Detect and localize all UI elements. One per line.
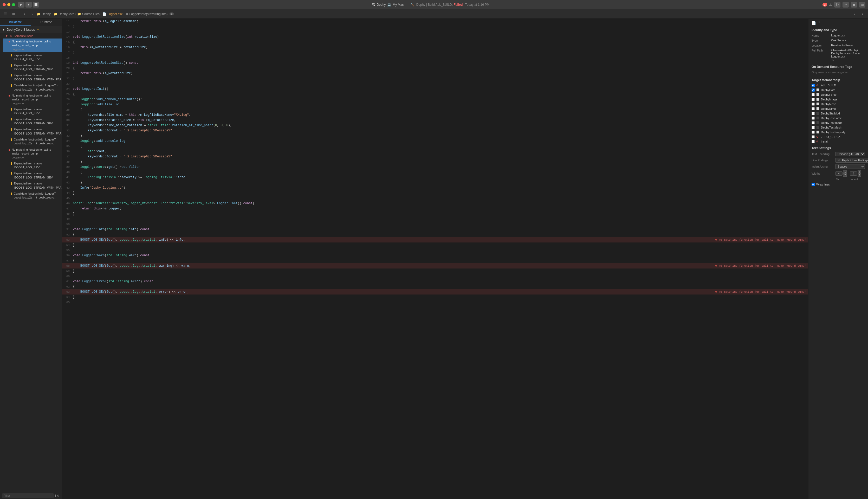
issue-item-4[interactable]: ℹ Expanded from macro 'BOOST_LOG_STREAM_… xyxy=(3,72,62,83)
tab-grid-btn[interactable]: ⊞ xyxy=(10,11,17,17)
filter-info-icon[interactable]: ℹ xyxy=(55,494,56,497)
issue-item-7[interactable]: ℹ Expanded from macro 'BOOST_LOG_SEV' xyxy=(3,106,62,117)
location-label: Location xyxy=(811,44,831,47)
group-expand-icon: ▼ xyxy=(2,28,5,32)
issue-item-14[interactable]: ℹ Expanded from macro 'BOOST_LOG_STREAM_… xyxy=(3,181,62,191)
issue-item-13[interactable]: ℹ Expanded from macro 'BOOST_LOG_STREAM_… xyxy=(3,170,62,181)
run-button[interactable]: ▶ xyxy=(18,2,24,8)
file-panel-icon[interactable]: 📄 xyxy=(811,21,816,25)
membership-dephycore-check[interactable] xyxy=(811,88,815,92)
line-endings-select[interactable]: No Explicit Line Endings xyxy=(835,158,868,162)
filter-input[interactable] xyxy=(2,493,54,498)
membership-dephystatmod-label: DephyStatMod xyxy=(821,112,840,115)
membership-install-label: install xyxy=(821,140,828,143)
issue-item-6[interactable]: ● No matching function for call to 'make… xyxy=(3,93,62,106)
issue-item-10[interactable]: ℹ Candidate function [with LoggerT = boo… xyxy=(3,137,62,147)
encoding-select[interactable]: Unicode (UTF-8) xyxy=(835,152,865,156)
info-icon-12: ℹ xyxy=(11,162,12,166)
issue-item-8[interactable]: ℹ Expanded from macro 'BOOST_LOG_STREAM_… xyxy=(3,116,62,126)
fullpath-edit-icon[interactable]: ✎ xyxy=(832,59,834,62)
membership-dephyimage-check[interactable] xyxy=(811,98,815,101)
breadcrumb-prev-btn[interactable]: ‹ xyxy=(851,11,858,17)
code-line-41: 41 logging::trivial::severity >= logging… xyxy=(62,175,808,180)
nav-forward-btn[interactable]: › xyxy=(29,11,36,17)
maximize-button[interactable] xyxy=(12,3,15,6)
minimize-button[interactable] xyxy=(7,3,10,6)
membership-dephytestforce-check[interactable] xyxy=(811,117,815,120)
breadcrumb-dephycore[interactable]: 📁 DephyCore xyxy=(53,12,74,16)
issue-item-1[interactable]: ● No matching function for call to 'make… xyxy=(3,38,62,52)
location-text: Relative to Project xyxy=(831,44,854,47)
breadcrumb-function-label: Logger::Info(std::string info) xyxy=(129,12,168,16)
name-value: Logger.cxx xyxy=(831,34,865,37)
membership-install-check[interactable] xyxy=(811,140,815,143)
code-line-39: 39 logging::core::get()->set_filter xyxy=(62,165,808,170)
tab-runtime[interactable]: Runtime xyxy=(31,19,62,26)
issue-item-2[interactable]: ℹ Expanded from macro 'BOOST_LOG_SEV' xyxy=(3,52,62,62)
close-button[interactable] xyxy=(3,3,6,6)
breadcrumb-dephy[interactable]: 📁 Dephy xyxy=(37,12,51,16)
device-label: My Mac xyxy=(393,3,404,7)
membership-dephystatmod-check[interactable] xyxy=(811,112,815,115)
text-settings-header: Text Settings xyxy=(808,144,868,151)
issue-item-11[interactable]: ● No matching function for call to 'make… xyxy=(3,147,62,160)
tab-decrement-btn[interactable]: ▼ xyxy=(843,173,847,177)
breadcrumb-next-btn[interactable]: › xyxy=(859,11,866,17)
info-icon-4: ℹ xyxy=(11,74,12,77)
stop-button[interactable]: ■ xyxy=(25,2,32,8)
info-icon-5: ℹ xyxy=(11,84,12,87)
scheme-button[interactable]: ⬜ xyxy=(33,2,39,8)
more-button[interactable]: { } xyxy=(834,2,841,8)
membership-dephytestmesh-check[interactable] xyxy=(811,126,815,129)
inspector-toggle[interactable]: ▨ xyxy=(859,2,865,8)
filter-settings-icon[interactable]: ⚙ xyxy=(57,494,60,497)
code-editor[interactable]: 11 return this->m_LogFileBaseName; 12 } … xyxy=(62,19,808,499)
line-endings-value: No Explicit Line Endings xyxy=(835,158,868,162)
code-line-47: 47 return this->m_Logger; xyxy=(62,206,808,211)
breadcrumb-loggerfile[interactable]: 📄 Logger.cxx xyxy=(102,12,123,16)
indent-select[interactable]: Spaces xyxy=(835,164,865,169)
indent-increment-btn[interactable]: ▲ xyxy=(858,170,861,173)
sidebar-toggle-btn[interactable]: ☰ xyxy=(2,11,9,17)
main-content: Buildtime Runtime ▼ DephyCore 3 issues ⚠… xyxy=(0,19,868,499)
code-line-15: 15 { xyxy=(62,39,808,45)
breadcrumb-sep-3: › xyxy=(101,12,101,15)
membership-dephyforce-check[interactable] xyxy=(811,93,815,96)
back-forward-button[interactable]: ⇄ xyxy=(843,2,849,8)
code-line-30: 30 keywords::rotation_size = this->m_Rot… xyxy=(62,118,808,123)
nav-back-btn[interactable]: ‹ xyxy=(21,11,28,17)
code-line-49: 49 xyxy=(62,217,808,222)
breadcrumb-source-files[interactable]: 📁 Source Files xyxy=(77,12,100,16)
membership-dephytestimage-check[interactable] xyxy=(811,121,815,124)
breadcrumb-function[interactable]: ⚙ Logger::Info(std::string info) xyxy=(126,12,168,16)
tab-buildtime[interactable]: Buildtime xyxy=(0,19,31,26)
indent-stepper: 4 ▲ ▼ xyxy=(850,170,861,177)
indent-decrement-btn[interactable]: ▼ xyxy=(858,173,861,177)
help-panel-icon[interactable]: ? xyxy=(818,21,820,25)
code-line-13: 13 xyxy=(62,29,808,34)
code-line-22: 22 } xyxy=(62,76,808,81)
tab-increment-btn[interactable]: ▲ xyxy=(843,170,847,173)
membership-all-build-check[interactable] xyxy=(811,84,815,87)
issue-item-3[interactable]: ℹ Expanded from macro 'BOOST_LOG_STREAM_… xyxy=(3,62,62,73)
membership-dephyimage: ⬜ DephyImage xyxy=(808,97,868,102)
issue-item-12[interactable]: ℹ Expanded from macro 'BOOST_LOG_SEV' xyxy=(3,160,62,171)
sidebar-filter-bar: ℹ ⚙ xyxy=(0,492,62,499)
issue-item-5[interactable]: ℹ Candidate function [with LoggerT = boo… xyxy=(3,83,62,93)
tab-sub-label: Tab xyxy=(834,178,842,181)
code-line-60: 60 xyxy=(62,274,808,279)
membership-dephymesh-check[interactable] xyxy=(811,102,815,106)
location-row: Location Relative to Project xyxy=(808,43,868,48)
wrap-checkbox[interactable] xyxy=(811,183,815,186)
code-line-28: 28 ( xyxy=(62,107,808,112)
navigator-toggle[interactable]: ▦ xyxy=(851,2,857,8)
widths-value: 4 ▲ ▼ 4 ▲ ▼ xyxy=(835,170,865,177)
issue-group-header[interactable]: ▼ DephyCore 3 issues ⚠ xyxy=(0,26,62,33)
membership-zerocheck-check[interactable] xyxy=(811,135,815,138)
semantic-issue-header[interactable]: ▼ ⚠ Semantic Issue xyxy=(3,33,62,38)
issue-item-15[interactable]: ℹ Candidate function [with LoggerT = boo… xyxy=(3,191,62,201)
issue-item-9[interactable]: ℹ Expanded from macro 'BOOST_LOG_STREAM_… xyxy=(3,126,62,137)
membership-dephysimu-check[interactable] xyxy=(811,107,815,110)
membership-dephysimu-label: DephySimu xyxy=(821,107,836,110)
membership-dephytestproperty-check[interactable] xyxy=(811,131,815,134)
